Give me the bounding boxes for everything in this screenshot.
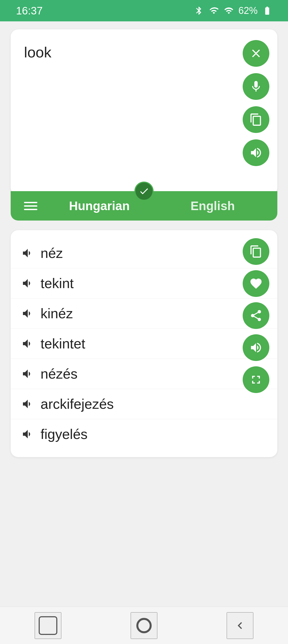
battery-text: 62% <box>238 5 258 16</box>
speaker-button[interactable] <box>243 139 269 166</box>
translation-item: tekint <box>11 268 277 299</box>
clear-button[interactable] <box>243 40 269 67</box>
item-speaker-icon[interactable] <box>21 307 34 320</box>
copy-translation-button[interactable] <box>243 238 269 265</box>
speak-translation-button[interactable] <box>243 334 269 361</box>
input-text[interactable]: look <box>24 40 237 184</box>
translation-item: figyelés <box>11 419 277 449</box>
copy-button[interactable] <box>243 106 269 133</box>
language-source[interactable]: Hungarian <box>48 199 151 213</box>
navigation-bar <box>0 607 288 644</box>
signal-icon <box>224 6 234 15</box>
item-speaker-icon[interactable] <box>21 367 34 380</box>
translation-actions <box>243 238 269 393</box>
language-target[interactable]: English <box>161 199 264 213</box>
battery-icon <box>262 6 272 15</box>
input-card: look <box>11 29 277 195</box>
translation-word: nézés <box>41 366 78 382</box>
item-speaker-icon[interactable] <box>21 398 34 410</box>
status-icons: 62% <box>194 5 272 16</box>
main-content: look Hungarian Eng <box>0 21 288 607</box>
item-speaker-icon[interactable] <box>21 337 34 350</box>
translation-word: figyelés <box>41 426 87 442</box>
translation-card: néz tekint kinéz tekintet nézés <box>11 230 277 457</box>
translation-item: tekintet <box>11 329 277 359</box>
microphone-button[interactable] <box>243 73 269 100</box>
item-speaker-icon[interactable] <box>21 247 34 260</box>
status-time: 16:37 <box>16 5 43 17</box>
translation-word: kinéz <box>41 305 73 321</box>
svg-point-4 <box>137 619 151 632</box>
translation-item: néz <box>11 238 277 268</box>
translation-word: tekintet <box>41 336 85 352</box>
translation-item: arckifejezés <box>11 389 277 419</box>
share-button[interactable] <box>243 302 269 329</box>
translation-word: tekint <box>41 275 74 291</box>
favorite-button[interactable] <box>243 270 269 297</box>
language-bar: Hungarian English <box>11 191 277 221</box>
item-speaker-icon[interactable] <box>21 428 34 441</box>
translation-item: nézés <box>11 359 277 389</box>
nav-home-button[interactable] <box>131 612 157 639</box>
nav-back-button[interactable] <box>227 612 253 639</box>
translation-word: arckifejezés <box>41 396 114 412</box>
check-badge <box>134 182 154 201</box>
input-actions <box>243 40 269 184</box>
menu-button[interactable] <box>24 202 37 210</box>
nav-recent-button[interactable] <box>35 612 61 639</box>
item-speaker-icon[interactable] <box>21 277 34 290</box>
wifi-icon <box>209 6 219 15</box>
translation-list: néz tekint kinéz tekintet nézés <box>11 238 277 449</box>
translation-item: kinéz <box>11 299 277 329</box>
status-bar: 16:37 62% <box>0 0 288 21</box>
translation-word: néz <box>41 245 63 261</box>
bluetooth-icon <box>194 6 204 15</box>
fullscreen-button[interactable] <box>243 366 269 393</box>
